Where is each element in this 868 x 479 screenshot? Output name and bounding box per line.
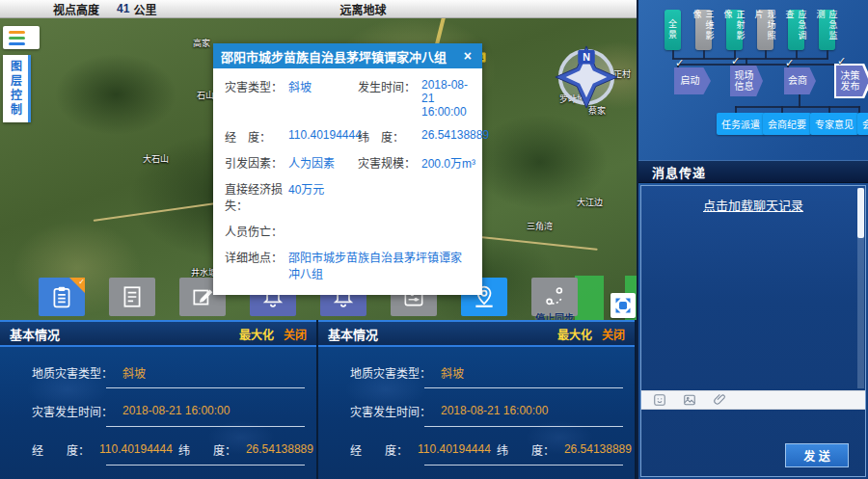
maximize-button[interactable]: 最大化	[557, 326, 592, 342]
field-underline	[106, 426, 305, 427]
connector-line	[677, 64, 854, 66]
route-icon	[542, 284, 567, 309]
resource-button[interactable]: 三维影像	[695, 10, 712, 50]
viewpoint-height-unit: 公里	[133, 1, 156, 17]
popup-field-value: 斜坡	[288, 78, 356, 94]
message-panel-header: 消息传递	[638, 160, 868, 183]
task-button[interactable]: 专家意见	[810, 113, 858, 135]
attachment-icon[interactable]	[713, 393, 726, 407]
resource-button[interactable]: 现场照片	[757, 10, 773, 50]
compass-icon[interactable]: N	[554, 44, 619, 110]
popup-field-label: 灾害规模：	[358, 154, 420, 171]
connector-line	[735, 106, 860, 108]
edit-icon	[190, 284, 215, 309]
panel-body: 地质灾害类型：斜坡灾害发生时间：2018-08-21 16:00:00经 度：1…	[0, 347, 316, 479]
field-underline	[106, 387, 305, 388]
camera-mode-label: 远离地球	[339, 1, 386, 17]
popup-field-value: 110.40194444	[288, 128, 356, 142]
basic-info-panel-2: 基本情况最大化关闭地质灾害类型：斜坡灾害发生时间：2018-08-21 16:0…	[318, 320, 635, 479]
panel-row: 地质灾害类型：斜坡	[318, 353, 635, 391]
task-button[interactable]: 任务派遣	[717, 113, 765, 135]
field-label: 灾害发生时间：	[32, 403, 113, 419]
map-column: 视点高度 41 公里 远离地球 高家石山大石山罗叶地正村蔡家大江边三角湾温水田半…	[0, 0, 637, 479]
panel-header: 基本情况最大化关闭	[318, 322, 635, 347]
map-place-label: 高家	[193, 37, 210, 49]
popup-title: 邵阳市城步苗族自治县茅坪镇谭家冲八组	[221, 47, 461, 66]
field-value: 26.54138889	[564, 442, 632, 456]
field-value: 110.40194444	[99, 442, 173, 456]
load-chat-link[interactable]: 点击加载聊天记录	[703, 196, 803, 214]
resource-button[interactable]: 正射影像	[726, 10, 743, 50]
menu-hamburger-icon[interactable]	[3, 26, 40, 49]
resource-button[interactable]: 应急监测	[819, 10, 835, 50]
connector-line	[672, 58, 828, 60]
toolbar-button-details[interactable]	[109, 278, 155, 316]
field-value: 斜坡	[122, 364, 146, 381]
popup-header: 邵阳市城步苗族自治县茅坪镇谭家冲八组 ×	[213, 43, 482, 68]
field-label: 灾害发生时间：	[350, 403, 431, 419]
field-value: 斜坡	[441, 364, 464, 381]
stage-button[interactable]: 会商	[784, 67, 816, 94]
toolbar-button-fullscreen[interactable]	[610, 293, 636, 318]
close-icon[interactable]: ×	[461, 48, 475, 64]
popup-row: 引发因素：人为因素灾害规模：200.0万m³	[225, 154, 471, 171]
panel-title: 基本情况	[328, 325, 557, 343]
chat-scrollbar-thumb[interactable]	[857, 188, 864, 238]
field-label: 纬 度：	[497, 441, 555, 458]
popup-row: 灾害类型：斜坡发生时间：2018-08-21 16:00:00	[225, 78, 471, 119]
message-panel-title: 消息传递	[652, 163, 706, 181]
bottom-panels: 基本情况最大化关闭地质灾害类型：斜坡灾害发生时间：2018-08-21 16:0…	[0, 320, 637, 479]
popup-field-value: 40万元	[288, 180, 471, 197]
field-value: 26.54138889	[246, 442, 313, 456]
toolbar-button-report[interactable]: ✓	[39, 278, 85, 316]
popup-field-label: 纬 度：	[358, 128, 420, 145]
layer-control-button[interactable]: 图层控制	[3, 55, 31, 122]
popup-row: 经 度：110.40194444纬 度：26.54138889	[225, 128, 471, 145]
emoji-icon[interactable]	[653, 393, 666, 407]
close-button[interactable]: 关闭	[602, 326, 625, 342]
chat-panel: 点击加载聊天记录 发 送	[640, 185, 866, 477]
popup-field-label: 引发因素：	[225, 154, 286, 171]
stage-button[interactable]: 现场信息	[730, 66, 763, 96]
task-button[interactable]: 会商纪要	[763, 113, 811, 135]
popup-row: 人员伤亡：	[225, 223, 471, 239]
panel-header: 基本情况最大化关闭	[0, 322, 316, 347]
maximize-button[interactable]: 最大化	[239, 326, 274, 342]
popup-row: 详细地点：邵阳市城步苗族自治县茅坪镇谭家冲八组	[225, 249, 471, 281]
check-badge-icon: ✓	[69, 278, 85, 293]
image-icon[interactable]	[683, 393, 696, 407]
field-underline	[424, 387, 623, 388]
toolbar-button-stop-sync[interactable]: 停止同步	[531, 278, 578, 316]
panel-body: 地质灾害类型：斜坡灾害发生时间：2018-08-21 16:00:00经 度：1…	[318, 347, 635, 479]
popup-field-label: 直接经济损失：	[225, 180, 286, 213]
task-button[interactable]: 会商	[857, 113, 868, 135]
panel-row: 灾害发生时间：2018-08-21 16:00:00	[0, 391, 316, 430]
popup-field-value: 26.54138889	[421, 128, 489, 142]
map-place-label: 三角湾	[527, 220, 553, 232]
map-place-label: 大江边	[577, 196, 603, 208]
panel-row: 经 度：110.40194444纬 度：26.54138889	[318, 430, 635, 468]
close-button[interactable]: 关闭	[284, 326, 307, 342]
svg-text:N: N	[583, 51, 590, 63]
field-label: 纬 度：	[178, 441, 236, 458]
basic-info-panel-1: 基本情况最大化关闭地质灾害类型：斜坡灾害发生时间：2018-08-21 16:0…	[0, 320, 316, 479]
popup-field-label: 灾害类型：	[225, 78, 286, 94]
resource-button[interactable]: 全景	[665, 10, 681, 50]
popup-row: 直接经济损失：40万元	[225, 180, 471, 213]
send-button[interactable]: 发 送	[785, 443, 849, 467]
popup-field-label: 人员伤亡：	[225, 223, 286, 239]
resource-button[interactable]: 应急调查	[788, 10, 804, 50]
popup-field-value: 2018-08-21 16:00:00	[421, 78, 471, 119]
field-value: 2018-08-21 16:00:00	[441, 404, 548, 417]
panel-row: 引发因素：1	[0, 468, 316, 479]
document-icon	[120, 284, 145, 309]
stage-button[interactable]: 决策发布	[836, 66, 868, 96]
stage-button[interactable]: 启动	[674, 67, 711, 94]
status-bar: 视点高度 41 公里 远离地球	[0, 0, 637, 18]
composer-toolbar	[641, 390, 865, 410]
fullscreen-icon	[613, 296, 633, 315]
field-value: 110.40194444	[418, 442, 491, 456]
field-underline	[424, 426, 623, 427]
chat-scrollbar-track[interactable]	[857, 188, 864, 388]
popup-field-label: 发生时间：	[358, 78, 420, 94]
